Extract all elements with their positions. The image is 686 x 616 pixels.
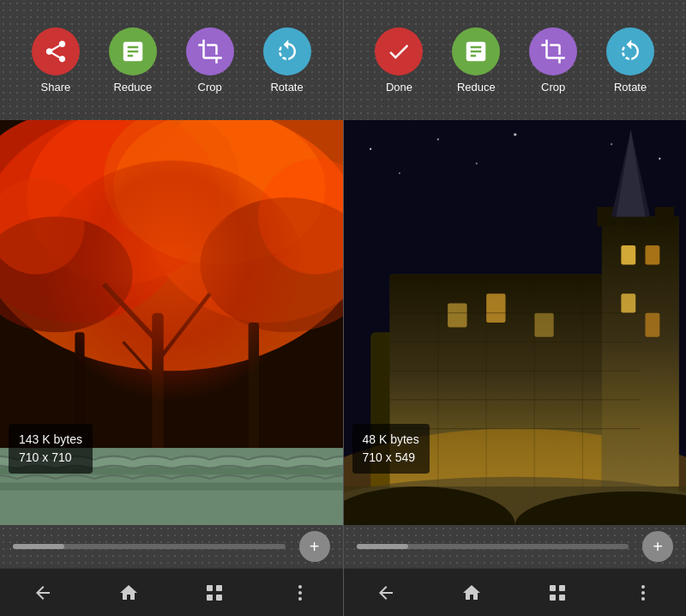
svg-rect-50 [645,245,659,264]
svg-point-33 [611,143,612,145]
left-panel: Share Reduce Crop Rotate [0,0,343,616]
svg-point-30 [370,148,371,150]
svg-rect-51 [621,293,635,312]
right-home-button[interactable] [451,572,492,613]
done-icon [375,27,423,75]
reduce-label-right: Reduce [457,81,496,94]
rotate-label-right: Rotate [614,81,647,94]
left-more-button[interactable] [280,572,321,613]
svg-point-34 [659,158,660,160]
svg-point-21 [104,120,238,245]
right-back-button[interactable] [365,572,406,613]
svg-point-73 [641,585,645,589]
right-toolbar: Done Reduce Crop Rotate [344,0,687,120]
reduce-button-right[interactable]: Reduce [452,27,500,94]
svg-rect-53 [448,304,466,328]
svg-line-11 [104,284,158,341]
svg-line-12 [158,293,210,361]
crop-button-left[interactable]: Crop [186,27,234,94]
svg-point-36 [475,162,477,164]
crop-icon-left [186,27,234,75]
right-image-info: 48 K bytes 710 x 549 [352,424,430,474]
crop-label-right: Crop [541,81,565,94]
crop-label-left: Crop [198,81,222,94]
svg-point-75 [641,597,645,601]
svg-rect-25 [207,595,213,601]
svg-rect-72 [550,595,556,601]
left-image-size: 143 K bytes [19,431,82,449]
svg-point-35 [398,172,400,174]
right-progress-thumb [357,544,408,549]
svg-point-28 [298,597,302,601]
svg-rect-46 [654,207,673,226]
svg-line-13 [123,341,158,380]
svg-rect-23 [216,585,222,591]
rotate-icon-right [606,27,654,75]
rotate-button-left[interactable]: Rotate [263,27,311,94]
share-button[interactable]: Share [32,27,80,94]
left-add-button[interactable]: + [299,531,330,562]
left-image-dimensions: 710 x 710 [19,449,82,467]
svg-rect-69 [550,585,556,591]
done-button[interactable]: Done [375,27,423,94]
svg-rect-71 [559,595,565,601]
left-bottom-bar: + [0,525,343,568]
reduce-button-left[interactable]: Reduce [109,27,157,94]
rotate-button-right[interactable]: Rotate [606,27,654,94]
left-image-area: 143 K bytes 710 x 710 [0,120,343,525]
left-progress-thumb [13,544,64,549]
svg-point-26 [298,585,302,589]
left-home-button[interactable] [108,572,149,613]
svg-point-31 [436,138,438,140]
right-image-area: 48 K bytes 710 x 549 [344,120,687,525]
right-add-button[interactable]: + [642,531,673,562]
left-progress-track[interactable] [13,544,286,549]
svg-point-74 [641,591,645,595]
svg-rect-49 [621,245,635,264]
share-label: Share [41,81,71,94]
reduce-label-left: Reduce [113,81,152,94]
rotate-label-left: Rotate [270,81,303,94]
left-toolbar: Share Reduce Crop Rotate [0,0,343,120]
svg-rect-22 [207,585,213,591]
right-progress-track[interactable] [357,544,629,549]
left-back-button[interactable] [22,572,63,613]
crop-icon-right [529,27,577,75]
right-image-dimensions: 710 x 549 [363,449,419,467]
right-bottom-bar: + [344,525,687,568]
share-icon [32,27,80,75]
left-image-info: 143 K bytes 710 x 710 [9,424,93,474]
left-recents-button[interactable] [194,572,235,613]
svg-rect-18 [0,483,343,491]
right-more-button[interactable] [623,572,664,613]
right-panel: Done Reduce Crop Rotate [344,0,687,616]
svg-rect-70 [559,585,565,591]
right-recents-button[interactable] [537,572,578,613]
svg-point-32 [514,133,516,136]
right-image-size: 48 K bytes [363,431,419,449]
done-label: Done [386,81,412,94]
right-nav-bar [344,568,687,616]
svg-rect-55 [534,313,553,337]
crop-button-right[interactable]: Crop [529,27,577,94]
left-nav-bar [0,568,343,616]
reduce-icon-left [109,27,157,75]
svg-rect-54 [486,293,505,323]
svg-rect-52 [645,313,659,337]
reduce-icon-right [452,27,500,75]
rotate-icon-left [263,27,311,75]
svg-rect-24 [216,595,222,601]
svg-point-27 [298,591,302,595]
